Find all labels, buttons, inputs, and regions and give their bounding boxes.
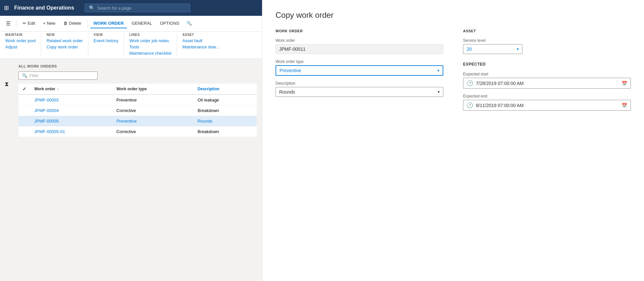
app-title: Finance and Operations [14,5,74,11]
expected-end-value: 8/11/2019 07:00:00 AM [476,103,619,108]
work-order-column-header[interactable]: Work order ↑ [30,84,112,95]
ribbon-copy-work-order[interactable]: Copy work order [46,44,83,50]
row-check [18,105,30,116]
expected-start-value: 7/28/2019 07:00:00 AM [476,81,619,86]
expected-start-label: Expected start [463,72,631,76]
ribbon-new-items: Related work order Copy work order [46,38,83,50]
table-row[interactable]: JPMF-00005PreventiveRounds [18,116,257,126]
expected-end-label: Expected end [463,94,631,98]
filter-input-wrapper: 🔍 [18,71,98,80]
ribbon-event-history[interactable]: Event history [94,38,118,43]
ribbon-adjust[interactable]: Adjust [5,44,36,50]
ribbon-work-order-job-notes[interactable]: Work order job notes [129,38,171,43]
row-check [18,126,30,137]
search-input[interactable] [97,6,186,11]
toolbar-search-button[interactable]: 🔍 [184,19,194,28]
table-row[interactable]: JPMF-00004CorrectiveBreakdown [18,105,257,116]
hamburger-icon[interactable]: ☰ [3,18,14,29]
ribbon-asset-fault[interactable]: Asset fault [182,38,219,43]
work-order-type-label: Work order type [276,59,443,64]
ribbon-group-new: NEW Related work order Copy work order [46,33,88,56]
service-level-value: 20 [467,46,472,52]
panel-title: Copy work order [276,11,631,20]
ribbon-group-lines: LINES Work order job notes Tools Mainten… [129,33,177,56]
clock-icon-end: 🕐 [467,102,473,108]
edit-icon: ✏ [23,21,26,26]
form-columns: WORK ORDER Work order JPMF-00011 Work or… [276,29,631,116]
work-order-type-group: Work order type Preventive ▾ [276,59,443,76]
table-row[interactable]: JPMF-00002PreventiveOil leakage [18,95,257,105]
general-tab[interactable]: GENERAL [128,19,155,28]
ribbon-lines-items: Work order job notes Tools Maintenance c… [129,38,171,56]
edit-button[interactable]: ✏ Edit [19,19,38,28]
description-group: Description Rounds ▾ [276,81,443,97]
toolbar-separator-1 [16,20,17,28]
row-description: Breakdown [194,126,257,137]
left-main: ⧗ ALL WORK ORDERS 🔍 ✓ [0,59,262,281]
description-value: Rounds [279,89,295,95]
expected-end-group: Expected end 🕐 8/11/2019 07:00:00 AM 📅 [463,94,631,111]
ribbon-group-view: VIEW Event history [94,33,124,56]
expected-end-field[interactable]: 🕐 8/11/2019 07:00:00 AM 📅 [463,100,631,111]
content-area: ALL WORK ORDERS 🔍 ✓ Work order [13,59,262,281]
row-work-order-type: Corrective [112,126,193,137]
work-order-type-select[interactable]: Preventive ▾ [276,65,443,76]
row-work-order-type: Corrective [112,105,193,116]
ribbon-asset-items: Asset fault Maintenance dow... [182,38,219,50]
work-order-label: Work order [276,38,443,43]
work-order-section-label: WORK ORDER [276,29,443,33]
expected-start-field[interactable]: 🕐 7/28/2019 07:00:00 AM 📅 [463,78,631,89]
new-button[interactable]: + New [40,19,59,28]
delete-button[interactable]: 🗑 Delete [60,19,85,28]
check-icon: ✓ [22,86,26,92]
filter-input[interactable] [29,73,94,78]
ribbon-work-order-pool[interactable]: Work order pool [5,38,36,43]
filter-icon[interactable]: ⧗ [5,81,9,88]
work-order-column: WORK ORDER Work order JPMF-00011 Work or… [276,29,443,116]
asset-section-label: ASSET [463,29,631,33]
expected-section-label: EXPECTED [463,62,631,67]
ribbon-related-work-order[interactable]: Related work order [46,38,83,43]
work-order-value: JPMF-00011 [276,44,443,54]
sort-icon: ↑ [57,87,59,91]
calendar-icon-end[interactable]: 📅 [622,103,627,108]
app-grid-icon[interactable]: ⊞ [4,4,9,12]
ribbon-maintenance-dow[interactable]: Maintenance dow... [182,44,219,50]
search-icon-top: 🔍 [89,5,95,11]
service-level-chevron: ▾ [517,47,519,51]
row-description: Oil leakage [194,95,257,105]
ribbon-tools[interactable]: Tools [129,44,171,50]
row-work-order-id[interactable]: JPMF-00005-01 [30,126,112,137]
row-check [18,116,30,126]
work-order-group: Work order JPMF-00011 [276,38,443,54]
work-order-type-column-header[interactable]: Work order type [112,84,193,95]
search-bar: 🔍 [85,4,190,12]
description-chevron: ▾ [438,90,440,94]
right-panel: Copy work order WORK ORDER Work order JP… [262,0,644,281]
ribbon-group-maintain: MAINTAIN Work order pool Adjust [5,33,41,56]
table-row[interactable]: JPMF-00005-01CorrectiveBreakdown [18,126,257,137]
filter-bar: 🔍 [18,71,257,80]
ribbon-maintenance-checklist[interactable]: Maintenance checklist [129,50,171,56]
clock-icon-start: 🕐 [467,80,473,86]
ribbon: MAINTAIN Work order pool Adjust NEW Rela… [0,32,262,59]
calendar-icon-start[interactable]: 📅 [622,81,627,86]
options-tab[interactable]: OPTIONS [157,19,183,28]
work-order-tab[interactable]: WORK ORDER [90,19,127,28]
row-work-order-id[interactable]: JPMF-00005 [30,116,112,126]
filter-search-icon: 🔍 [22,73,27,78]
service-level-group: Service level 20 ▾ [463,38,631,54]
description-select[interactable]: Rounds ▾ [276,87,443,97]
description-column-header[interactable]: Description [194,84,257,95]
description-label: Description [276,81,443,86]
row-work-order-id[interactable]: JPMF-00002 [30,95,112,105]
check-column-header: ✓ [18,84,30,95]
table-header-row: ✓ Work order ↑ Work order type Descripti… [18,84,257,95]
service-level-select[interactable]: 20 ▾ [463,44,522,54]
toolbar: ☰ ✏ Edit + New 🗑 Delete WORK ORDER GENER… [0,16,262,32]
row-work-order-id[interactable]: JPMF-00004 [30,105,112,116]
work-order-type-value: Preventive [279,68,301,73]
delete-icon: 🗑 [63,21,68,26]
asset-column: ASSET Service level 20 ▾ EXPECTED Expect… [463,29,631,116]
row-description: Rounds [194,116,257,126]
